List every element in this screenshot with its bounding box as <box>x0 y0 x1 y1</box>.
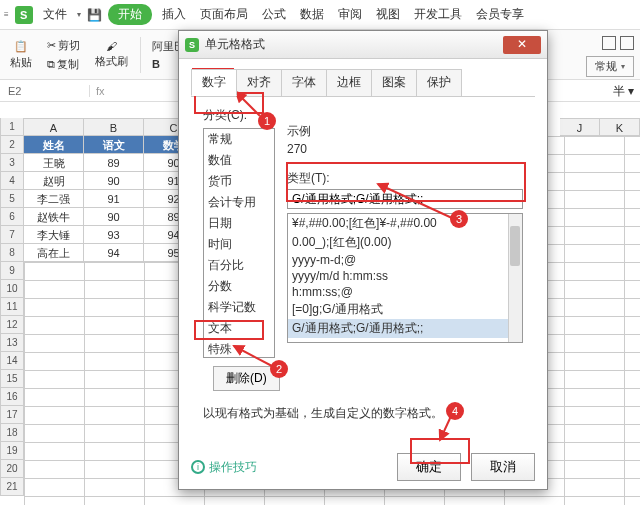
tab-formula[interactable]: 公式 <box>258 4 290 25</box>
category-item[interactable]: 科学记数 <box>204 297 274 318</box>
format-item[interactable]: [=0]g;G/通用格式 <box>288 300 522 319</box>
row-header[interactable]: 1 <box>0 118 24 136</box>
col-header[interactable]: A <box>24 118 84 136</box>
table-header: 语文 <box>84 136 144 154</box>
table-cell[interactable]: 李大锤 <box>24 226 84 244</box>
fx-icon[interactable]: fx <box>90 85 111 97</box>
category-item[interactable]: 货币 <box>204 171 274 192</box>
table-cell[interactable]: 89 <box>84 154 144 172</box>
cut-label: 剪切 <box>58 38 80 53</box>
menu-icon[interactable]: ≡ <box>4 10 9 19</box>
row-header[interactable]: 18 <box>0 424 24 442</box>
row-header[interactable]: 19 <box>0 442 24 460</box>
row-header[interactable]: 14 <box>0 352 24 370</box>
table-cell[interactable]: 赵明 <box>24 172 84 190</box>
row-header[interactable]: 21 <box>0 478 24 496</box>
scissors-icon: ✂ <box>47 39 56 52</box>
col-header[interactable]: J <box>560 118 600 136</box>
category-item[interactable]: 百分比 <box>204 255 274 276</box>
style-label: 常规 <box>595 59 617 74</box>
row-header[interactable]: 17 <box>0 406 24 424</box>
col-header[interactable]: K <box>600 118 640 136</box>
tab-data[interactable]: 数据 <box>296 4 328 25</box>
paste-button[interactable]: 📋 粘贴 <box>6 38 36 72</box>
category-item[interactable]: 日期 <box>204 213 274 234</box>
tab-view[interactable]: 视图 <box>372 4 404 25</box>
row-header[interactable]: 20 <box>0 460 24 478</box>
save-icon[interactable]: 💾 <box>87 8 102 22</box>
scrollbar[interactable] <box>508 214 522 342</box>
format-item[interactable]: G/通用格式;G/通用格式;; <box>288 319 522 338</box>
yen-icon[interactable]: 半 ▾ <box>613 83 634 100</box>
format-item[interactable]: 0.00_);[红色](0.00) <box>288 233 522 252</box>
category-list[interactable]: 常规数值货币会计专用日期时间百分比分数科学记数文本特殊自定义 <box>203 128 275 358</box>
redo-icon[interactable] <box>620 36 634 50</box>
row-header[interactable]: 10 <box>0 280 24 298</box>
table-cell[interactable]: 李二强 <box>24 190 84 208</box>
style-selector[interactable]: 常规▾ <box>586 56 634 77</box>
category-item[interactable]: 会计专用 <box>204 192 274 213</box>
tab-dev[interactable]: 开发工具 <box>410 4 466 25</box>
cancel-button[interactable]: 取消 <box>471 453 535 481</box>
row-header[interactable]: 5 <box>0 190 24 208</box>
category-item[interactable]: 时间 <box>204 234 274 255</box>
row-header[interactable]: 4 <box>0 172 24 190</box>
table-cell[interactable]: 赵铁牛 <box>24 208 84 226</box>
copy-button[interactable]: ⧉复制 <box>44 56 83 73</box>
format-item[interactable]: yyyy-m-d;@ <box>288 252 522 268</box>
table-cell[interactable]: 93 <box>84 226 144 244</box>
category-item[interactable]: 特殊 <box>204 339 274 358</box>
row-header[interactable]: 9 <box>0 262 24 280</box>
col-header[interactable]: B <box>84 118 144 136</box>
format-item[interactable]: h:mm:ss;@ <box>288 284 522 300</box>
tab-review[interactable]: 审阅 <box>334 4 366 25</box>
chevron-down-icon[interactable]: ▾ <box>77 10 81 19</box>
close-button[interactable]: ✕ <box>503 36 541 54</box>
table-cell[interactable]: 王晓 <box>24 154 84 172</box>
delete-button[interactable]: 删除(D) <box>213 366 280 391</box>
info-icon: i <box>191 460 205 474</box>
row-header[interactable]: 8 <box>0 244 24 262</box>
format-item[interactable]: yyyy/m/d h:mm:ss <box>288 268 522 284</box>
tab-start[interactable]: 开始 <box>108 4 152 25</box>
row-header[interactable]: 11 <box>0 298 24 316</box>
type-input[interactable] <box>287 189 523 209</box>
table-cell[interactable]: 91 <box>84 190 144 208</box>
tab-border[interactable]: 边框 <box>326 69 372 96</box>
row-header[interactable]: 3 <box>0 154 24 172</box>
tips-link[interactable]: i 操作技巧 <box>191 459 257 476</box>
format-painter-button[interactable]: 🖌 格式刷 <box>91 38 132 71</box>
row-header[interactable]: 2 <box>0 136 24 154</box>
tips-label: 操作技巧 <box>209 459 257 476</box>
file-menu[interactable]: 文件 <box>39 4 71 25</box>
tab-pattern[interactable]: 图案 <box>371 69 417 96</box>
format-list[interactable]: ¥#,##0.00;[红色]¥-#,##0.000.00_);[红色](0.00… <box>287 213 523 343</box>
tab-layout[interactable]: 页面布局 <box>196 4 252 25</box>
row-header[interactable]: 12 <box>0 316 24 334</box>
category-item[interactable]: 文本 <box>204 318 274 339</box>
format-item[interactable]: ¥#,##0.00;[红色]¥-#,##0.00 <box>288 214 522 233</box>
undo-icon[interactable] <box>602 36 616 50</box>
table-cell[interactable]: 90 <box>84 172 144 190</box>
ok-button[interactable]: 确定 <box>397 453 461 481</box>
tab-vip[interactable]: 会员专享 <box>472 4 528 25</box>
row-header[interactable]: 7 <box>0 226 24 244</box>
row-header[interactable]: 6 <box>0 208 24 226</box>
table-cell[interactable]: 94 <box>84 244 144 262</box>
row-header[interactable]: 16 <box>0 388 24 406</box>
category-item[interactable]: 常规 <box>204 129 274 150</box>
category-item[interactable]: 数值 <box>204 150 274 171</box>
row-header[interactable]: 15 <box>0 370 24 388</box>
tab-align[interactable]: 对齐 <box>236 69 282 96</box>
tab-number[interactable]: 数字 <box>191 69 237 96</box>
tab-insert[interactable]: 插入 <box>158 4 190 25</box>
table-cell[interactable]: 高在上 <box>24 244 84 262</box>
dialog-logo: S <box>185 38 199 52</box>
tab-font[interactable]: 字体 <box>281 69 327 96</box>
cut-button[interactable]: ✂剪切 <box>44 37 83 54</box>
tab-protect[interactable]: 保护 <box>416 69 462 96</box>
name-box[interactable]: E2 <box>0 85 90 97</box>
category-item[interactable]: 分数 <box>204 276 274 297</box>
row-header[interactable]: 13 <box>0 334 24 352</box>
table-cell[interactable]: 90 <box>84 208 144 226</box>
